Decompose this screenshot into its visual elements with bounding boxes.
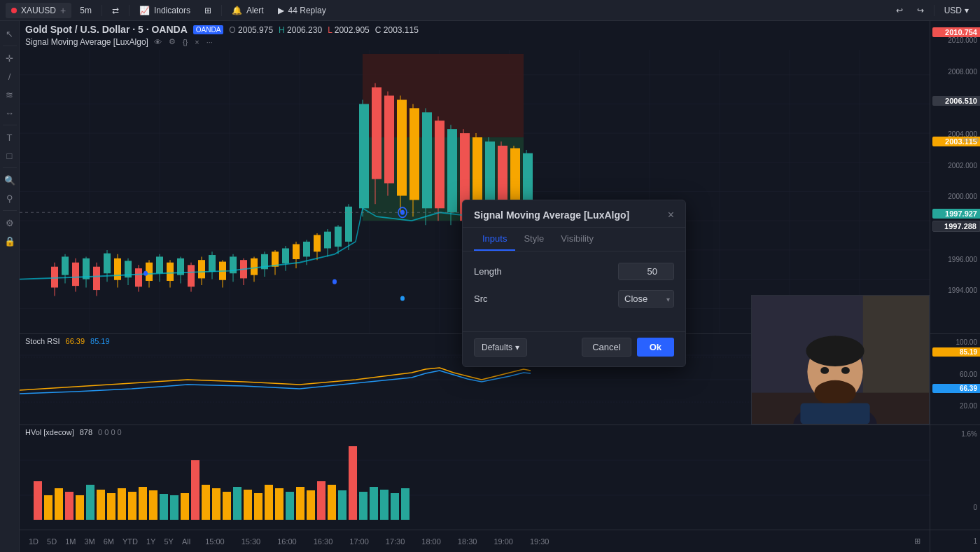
time-label-1500: 15:00 [205, 537, 225, 546]
replay-button[interactable]: ▶ 44 Replay [272, 3, 332, 18]
tab-inputs[interactable]: Inputs [474, 228, 515, 251]
hvol-header: HVol [xdecow] 878 0 0 0 0 [25, 428, 122, 436]
svg-rect-126 [55, 488, 63, 520]
modal-footer: Defaults ▾ Cancel Ok [463, 331, 685, 366]
magnet-tool[interactable]: ⚲ [1, 190, 18, 207]
svg-point-112 [400, 210, 405, 215]
period-6m[interactable]: 6M [100, 536, 118, 547]
svg-rect-143 [233, 487, 241, 520]
defaults-button[interactable]: Defaults ▾ [474, 338, 527, 357]
svg-rect-77 [324, 232, 331, 249]
period-3m[interactable]: 3M [80, 536, 98, 547]
indicator-eye-btn[interactable]: 👁 [153, 37, 163, 47]
add-symbol-icon[interactable]: + [60, 5, 66, 16]
crosshair-tool[interactable]: ✛ [1, 50, 18, 67]
stoch-badge-low: 66.39 [932, 384, 980, 393]
svg-rect-93 [422, 112, 432, 208]
tab-style[interactable]: Style [515, 228, 552, 251]
settings-tool[interactable]: ⚙ [1, 214, 18, 231]
toolbar-separator [3, 46, 17, 46]
period-ytd[interactable]: YTD [119, 536, 141, 547]
compare-button[interactable]: ⇄ [106, 3, 125, 18]
indicators-button[interactable]: 📈 Indicators [134, 3, 196, 18]
shapes-tool[interactable]: □ [1, 147, 18, 164]
svg-rect-83 [359, 104, 369, 208]
time-axis-right: 1 [930, 530, 980, 552]
ok-button[interactable]: Ok [637, 338, 674, 357]
period-1m[interactable]: 1M [62, 536, 79, 547]
text-tool[interactable]: T [1, 129, 18, 146]
toolbar-separator [3, 167, 17, 168]
indicator-row: Signal Moving Average [LuxAlgo] 👁 ⚙ {} ×… [25, 36, 924, 47]
period-5y[interactable]: 5Y [160, 536, 176, 547]
svg-rect-134 [139, 487, 147, 520]
lock-tool[interactable]: 🔒 [1, 233, 18, 249]
svg-rect-127 [65, 492, 74, 520]
zoom-tool[interactable]: 🔍 [1, 172, 18, 188]
src-select[interactable]: Close Open High Low HL2 [618, 290, 674, 308]
symbol-name: XAUUSD [21, 6, 56, 15]
symbol-selector[interactable]: XAUUSD + [6, 3, 71, 18]
price-tick-2002: 2002.000 [948, 162, 977, 170]
svg-rect-53 [198, 260, 205, 278]
timeframe-button[interactable]: 5m [74, 3, 97, 18]
redo-button[interactable]: ↪ [911, 3, 930, 18]
tab-visibility[interactable]: Visibility [552, 228, 602, 251]
svg-rect-87 [384, 96, 394, 184]
price-badge-1997-low: 1997.288 [932, 221, 980, 232]
svg-rect-156 [370, 487, 378, 520]
time-label-1600: 16:00 [277, 537, 297, 546]
price-badge-high: 2010.754 [932, 27, 980, 37]
price-tick-1994: 1994.000 [948, 287, 977, 294]
indicator-settings-btn[interactable]: ⚙ [167, 36, 177, 47]
svg-rect-91 [410, 108, 419, 200]
undo-button[interactable]: ↩ [890, 3, 909, 18]
period-1y[interactable]: 1Y [143, 536, 159, 547]
indicator-more-btn[interactable]: ··· [205, 37, 214, 47]
svg-rect-150 [307, 490, 315, 520]
symbol-status-dot [11, 8, 17, 13]
length-input[interactable] [618, 263, 674, 280]
separator [129, 5, 130, 16]
templates-button[interactable]: ⊞ [199, 3, 217, 18]
trend-line-tool[interactable]: / [1, 68, 18, 85]
indicator-remove-btn[interactable]: × [193, 37, 200, 47]
svg-rect-73 [303, 242, 310, 256]
svg-rect-155 [359, 492, 368, 520]
svg-rect-51 [188, 265, 195, 287]
svg-rect-31 [83, 258, 90, 280]
price-axis-main: 2010.000 2008.000 2006.000 2004.000 2002… [930, 21, 980, 333]
alert-button[interactable]: 🔔 Alert [226, 3, 270, 18]
svg-rect-158 [391, 493, 399, 520]
svg-point-115 [400, 296, 405, 301]
svg-rect-153 [338, 490, 346, 520]
stoch-tick-60: 60.00 [960, 371, 977, 378]
modal-tabs: Inputs Style Visibility [463, 228, 685, 251]
fib-tool[interactable]: ≋ [1, 86, 18, 103]
modal-actions: Cancel Ok [582, 338, 674, 357]
price-tick-2000: 2000.000 [948, 193, 977, 200]
svg-rect-41 [135, 268, 142, 287]
svg-rect-97 [447, 129, 457, 212]
time-bar: 1D 5D 1M 3M 6M YTD 1Y 5Y All 15:00 15:30… [20, 530, 930, 552]
svg-rect-152 [328, 485, 336, 520]
currency-button[interactable]: USD▾ [939, 3, 974, 18]
stoch-tick-20: 20.00 [960, 402, 977, 410]
period-5d[interactable]: 5D [43, 536, 60, 547]
measure-tool[interactable]: ↔ [1, 104, 18, 121]
separator [102, 5, 102, 16]
cancel-button[interactable]: Cancel [582, 338, 631, 357]
close-price: C 2003.115 [375, 25, 419, 35]
indicator-code-btn[interactable]: {} [181, 37, 189, 47]
modal-header: Signal Moving Average [LuxAlgo] × [463, 200, 685, 228]
length-row: Length [474, 263, 674, 280]
left-toolbar: ↖ ✛ / ≋ ↔ T □ 🔍 ⚲ ⚙ 🔒 [0, 21, 20, 552]
svg-rect-67 [272, 251, 279, 266]
modal-close-button[interactable]: × [668, 209, 674, 221]
period-all[interactable]: All [178, 536, 194, 547]
svg-rect-131 [107, 493, 115, 520]
svg-rect-75 [314, 235, 321, 251]
chart-layout-btn[interactable]: ⊞ [911, 535, 924, 547]
cursor-tool[interactable]: ↖ [1, 25, 18, 42]
period-1d[interactable]: 1D [25, 536, 42, 547]
